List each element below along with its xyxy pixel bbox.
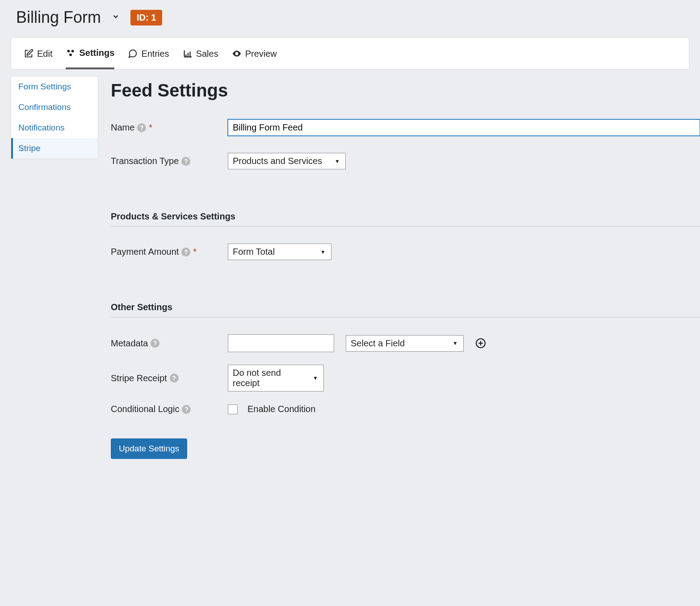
- required-marker: *: [193, 247, 197, 257]
- tab-label: Preview: [245, 49, 277, 59]
- help-icon[interactable]: ?: [170, 374, 179, 383]
- chevron-down-icon: [112, 13, 120, 21]
- svg-point-0: [67, 50, 70, 52]
- feed-settings-heading: Feed Settings: [111, 80, 700, 101]
- name-label: Name: [111, 122, 134, 133]
- tab-settings[interactable]: Settings: [66, 38, 114, 69]
- caret-down-icon: ▼: [335, 158, 340, 164]
- edit-icon: [24, 49, 34, 59]
- stripe-receipt-select[interactable]: Do not send receipt ▼: [228, 365, 324, 391]
- other-settings-section-header: Other Settings: [111, 302, 700, 317]
- form-switcher[interactable]: [112, 13, 120, 23]
- sidebar-item-form-settings[interactable]: Form Settings: [11, 76, 98, 97]
- select-value: Products and Services: [233, 156, 322, 166]
- tab-label: Sales: [196, 49, 218, 59]
- form-header: Billing Form ID: 1: [0, 0, 700, 38]
- page-title: Billing Form: [16, 8, 101, 27]
- caret-down-icon: ▼: [320, 249, 326, 255]
- svg-point-8: [236, 53, 238, 55]
- bar-chart-icon: [183, 49, 193, 59]
- transaction-type-label: Transaction Type: [111, 156, 179, 166]
- select-value: Select a Field: [351, 338, 405, 349]
- gear-icon: [66, 48, 75, 58]
- help-icon[interactable]: ?: [182, 405, 191, 414]
- caret-down-icon: ▼: [313, 375, 318, 381]
- help-icon[interactable]: ?: [137, 123, 146, 132]
- sidebar-item-notifications[interactable]: Notifications: [11, 118, 98, 138]
- comment-icon: [128, 49, 138, 59]
- transaction-type-select[interactable]: Products and Services ▼: [228, 153, 346, 169]
- main-content: Feed Settings Name ? * Transaction Type …: [98, 76, 700, 477]
- products-services-section-header: Products & Services Settings: [111, 211, 700, 227]
- help-icon[interactable]: ?: [151, 339, 159, 348]
- sidebar-item-stripe[interactable]: Stripe: [11, 138, 98, 159]
- select-value: Form Total: [233, 247, 275, 257]
- metadata-label: Metadata: [111, 338, 148, 349]
- help-icon[interactable]: ?: [181, 157, 190, 166]
- svg-point-1: [71, 50, 74, 52]
- help-icon[interactable]: ?: [181, 248, 190, 257]
- conditional-logic-label: Conditional Logic: [111, 404, 179, 414]
- eye-icon: [232, 49, 242, 59]
- update-settings-button[interactable]: Update Settings: [111, 438, 187, 459]
- stripe-receipt-label: Stripe Receipt: [111, 373, 167, 383]
- required-marker: *: [149, 122, 152, 133]
- select-value: Do not send receipt: [233, 368, 306, 388]
- id-badge: ID: 1: [130, 10, 162, 25]
- tab-edit[interactable]: Edit: [24, 38, 52, 69]
- caret-down-icon: ▼: [453, 340, 458, 346]
- name-input[interactable]: [228, 119, 700, 136]
- tab-sales[interactable]: Sales: [183, 38, 218, 69]
- metadata-key-input[interactable]: [228, 334, 334, 352]
- tab-preview[interactable]: Preview: [232, 38, 277, 69]
- tab-label: Settings: [79, 48, 114, 58]
- svg-point-2: [70, 54, 72, 56]
- enable-condition-checkbox[interactable]: [228, 404, 238, 414]
- settings-sidebar: Form Settings Confirmations Notification…: [11, 76, 98, 159]
- payment-amount-label: Payment Amount: [111, 247, 179, 257]
- enable-condition-label: Enable Condition: [247, 404, 315, 414]
- tab-label: Entries: [141, 49, 169, 59]
- payment-amount-select[interactable]: Form Total ▼: [228, 244, 331, 260]
- metadata-field-select[interactable]: Select a Field ▼: [346, 335, 464, 352]
- plus-circle-icon[interactable]: [475, 338, 486, 349]
- sidebar-item-confirmations[interactable]: Confirmations: [11, 97, 98, 118]
- tab-entries[interactable]: Entries: [128, 38, 169, 69]
- tab-label: Edit: [37, 49, 52, 59]
- tabs-bar: Edit Settings Entries Sales Preview: [11, 38, 689, 70]
